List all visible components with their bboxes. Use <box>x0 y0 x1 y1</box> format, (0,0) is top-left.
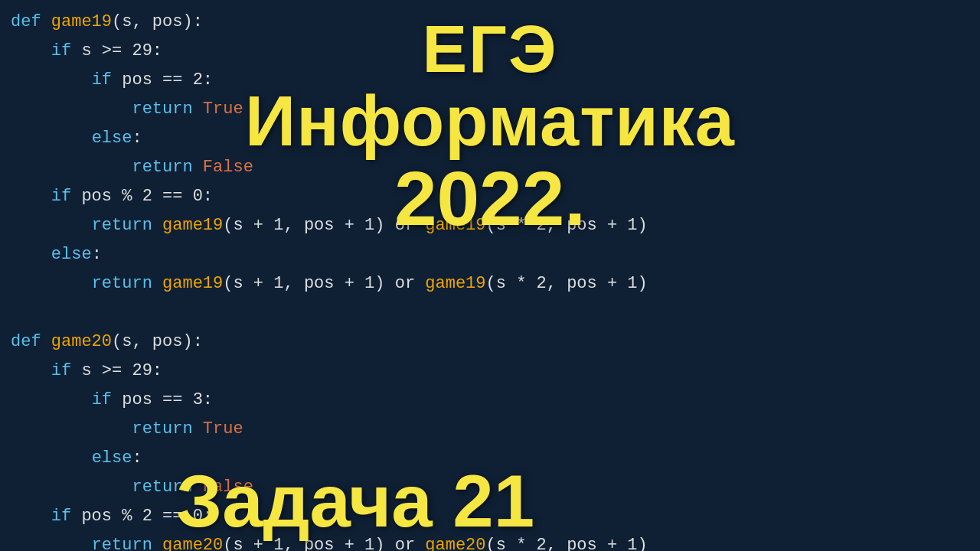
code-line: def game20(s, pos): <box>0 328 980 357</box>
code-line: return False <box>0 473 980 502</box>
code-line: if s >= 29: <box>0 37 980 66</box>
code-line: return False <box>0 153 980 182</box>
code-line: if pos % 2 == 0: <box>0 182 980 211</box>
code-line: else: <box>0 444 980 473</box>
code-line <box>0 298 980 328</box>
code-line: return True <box>0 415 980 444</box>
code-line: else: <box>0 124 980 153</box>
code-line: def game19(s, pos): <box>0 8 980 37</box>
code-line: if pos % 2 == 0: <box>0 502 980 531</box>
code-container: def game19(s, pos): if s >= 29: if pos =… <box>0 0 980 551</box>
code-line: else: <box>0 240 980 269</box>
code-line: if pos == 3: <box>0 386 980 415</box>
code-line: if pos == 2: <box>0 66 980 95</box>
code-line: if s >= 29: <box>0 357 980 386</box>
code-line: return game19(s + 1, pos + 1) or game19(… <box>0 211 980 240</box>
code-line: return game20(s + 1, pos + 1) or game20(… <box>0 531 980 551</box>
code-line: return game19(s + 1, pos + 1) or game19(… <box>0 269 980 298</box>
code-line: return True <box>0 95 980 124</box>
